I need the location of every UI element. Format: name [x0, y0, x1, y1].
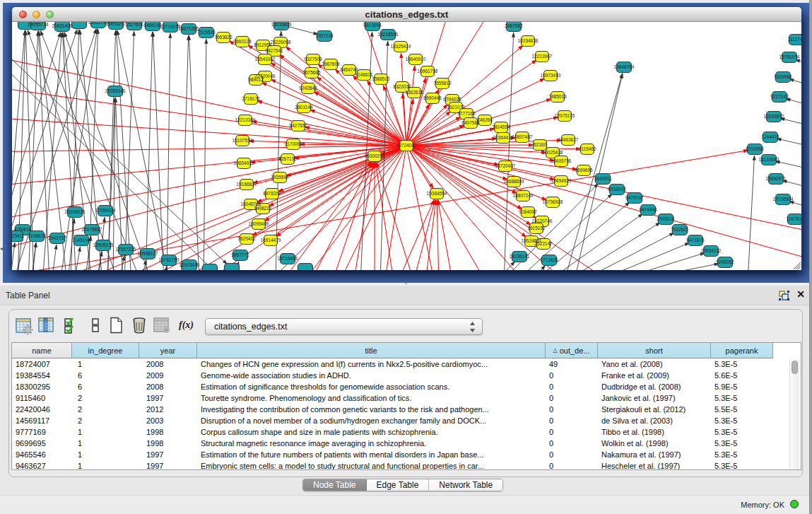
table-row[interactable]: 969969511998Structural magnetic resonanc… — [12, 438, 773, 449]
svg-text:6479197: 6479197 — [625, 195, 644, 200]
table-vertical-scrollbar[interactable] — [789, 360, 799, 469]
network-canvas[interactable]: 2405571420691406109217991065325715276026… — [12, 22, 801, 270]
cell-in_degree: 1 — [72, 426, 139, 438]
table-settings-icon[interactable] — [16, 317, 34, 335]
float-window-icon[interactable] — [779, 291, 789, 300]
window-titlebar[interactable]: citations_edges.txt — [12, 7, 801, 22]
table-row[interactable]: 946362711997Embryonic stem cells: a mode… — [12, 460, 773, 470]
cell-out_de: 0 — [546, 381, 598, 392]
column-header-title[interactable]: title — [197, 343, 546, 358]
svg-text:9327508: 9327508 — [304, 57, 322, 62]
cell-in_degree: 2 — [72, 392, 139, 404]
table-row[interactable]: 977716911998Corpus callosum shape and si… — [12, 426, 773, 438]
tab-node-table[interactable]: Node Table — [303, 479, 367, 491]
table-panel-header: Table Panel ✕ — [0, 286, 812, 305]
svg-text:9115460: 9115460 — [579, 146, 596, 151]
cell-name: 19384554 — [12, 370, 72, 381]
collapse-panel-arrow-icon[interactable]: ◂ — [0, 245, 4, 252]
cell-year: 2008 — [139, 381, 197, 392]
cell-title: Disruption of a novel member of a sodium… — [197, 415, 546, 426]
svg-text:14136141: 14136141 — [510, 254, 530, 259]
cell-out_de: 0 — [546, 415, 598, 426]
cell-year: 1998 — [139, 426, 197, 438]
table-row[interactable]: 1830029562008Estimation of significance … — [12, 381, 773, 392]
svg-text:23226058: 23226058 — [271, 40, 291, 45]
svg-text:9474444: 9474444 — [639, 207, 657, 212]
svg-text:1935594: 1935594 — [271, 175, 289, 180]
column-header-in_degree[interactable]: in_degree — [72, 343, 139, 358]
cell-pagerank: 5.3E-5 — [711, 358, 773, 370]
svg-text:16210643: 16210643 — [759, 157, 779, 162]
table-row[interactable]: 1456911722003Disruption of a novel membe… — [12, 415, 773, 426]
column-header-pagerank[interactable]: pagerank — [711, 343, 773, 358]
svg-text:1167533: 1167533 — [787, 216, 801, 221]
svg-text:2942757: 2942757 — [48, 235, 66, 240]
table-row[interactable]: 1872400712008Changes of HCN gene express… — [12, 358, 773, 370]
svg-text:7663822: 7663822 — [214, 35, 233, 40]
new-table-icon[interactable] — [108, 317, 126, 335]
memory-status-icon — [790, 500, 799, 508]
resize-grip-icon[interactable] — [792, 261, 801, 269]
table-panel-title: Table Panel — [6, 291, 50, 300]
dropdown-arrows-icon — [469, 321, 476, 333]
column-header-year[interactable]: year — [139, 343, 197, 358]
svg-text:10807487: 10807487 — [512, 134, 533, 139]
delete-rows-icon[interactable] — [131, 317, 149, 335]
cell-short: Hescheler et al. (1997) — [598, 460, 711, 470]
table-row[interactable]: 2242004622012Investigating the contribut… — [12, 404, 773, 415]
tab-network-table[interactable]: Network Table — [429, 479, 502, 491]
scrollbar-thumb[interactable] — [792, 361, 798, 374]
svg-text:20691406: 20691406 — [52, 23, 73, 28]
svg-text:2935114: 2935114 — [657, 216, 675, 221]
tab-edge-table[interactable]: Edge Table — [367, 479, 430, 491]
svg-text:10688609: 10688609 — [504, 179, 524, 184]
cell-year: 1998 — [139, 438, 197, 449]
cell-in_degree: 6 — [72, 370, 139, 381]
cell-pagerank: 5.3E-5 — [711, 460, 773, 470]
cell-year: 1997 — [139, 449, 197, 460]
svg-text:19166827: 19166827 — [237, 182, 257, 187]
cell-title: Investigating the contribution of common… — [197, 404, 546, 415]
cell-pagerank: 5.3E-5 — [711, 426, 773, 438]
svg-text:1362615: 1362615 — [405, 90, 423, 95]
citation-network-graph: 2405571420691406109217991065325715276026… — [12, 22, 801, 270]
svg-text:1244415: 1244415 — [761, 134, 779, 139]
svg-text:10756928: 10756928 — [543, 199, 563, 204]
svg-text:8454749: 8454749 — [340, 67, 358, 72]
column-header-out_de[interactable]: △out_de... — [546, 343, 598, 358]
table-selector-dropdown[interactable]: citations_edges.txt — [205, 318, 483, 335]
svg-text:10648764: 10648764 — [614, 64, 635, 69]
svg-text:10719155: 10719155 — [160, 24, 181, 29]
svg-text:26053346: 26053346 — [105, 88, 126, 93]
svg-text:6794028: 6794028 — [443, 97, 461, 102]
delete-table-icon[interactable] — [153, 317, 172, 335]
cell-year: 2008 — [139, 358, 197, 370]
svg-text:1640951: 1640951 — [594, 176, 612, 181]
rows-icon[interactable] — [87, 317, 105, 335]
cell-name: 18300295 — [12, 381, 72, 392]
table-row[interactable]: 1938455462009Genome-wide association stu… — [12, 370, 773, 381]
svg-text:7625402: 7625402 — [237, 236, 256, 241]
column-visibility-icon[interactable] — [38, 317, 57, 335]
cell-short: Jankovic et al. (1997) — [598, 392, 711, 404]
svg-text:14120746: 14120746 — [532, 218, 553, 223]
network-view-window[interactable]: citations_edges.txt 24055714206914061092… — [12, 7, 801, 270]
cell-pagerank: 5.3E-5 — [711, 438, 773, 449]
table-row[interactable]: 911546021997Tourette syndrome. Phenomeno… — [12, 392, 773, 404]
column-header-short[interactable]: short — [598, 343, 711, 358]
svg-text:7485013: 7485013 — [548, 94, 567, 99]
cell-in_degree: 2 — [72, 415, 139, 426]
table-row[interactable]: 946554611997Estimation of the future num… — [12, 449, 773, 460]
cell-title: Corpus callosum shape and size in male p… — [197, 426, 546, 438]
table-type-tabs: Node TableEdge TableNetwork Table — [302, 479, 503, 491]
svg-text:9184067: 9184067 — [519, 209, 537, 214]
svg-text:8267130: 8267130 — [278, 156, 297, 161]
svg-text:18807249: 18807249 — [513, 193, 534, 198]
cell-pagerank: 5.5E-5 — [711, 404, 773, 415]
cell-out_de: 0 — [546, 438, 598, 449]
function-builder-icon[interactable]: f(x) — [179, 317, 200, 335]
svg-text:9146821: 9146821 — [355, 72, 373, 77]
column-header-name[interactable]: name — [12, 343, 72, 358]
row-select-icon[interactable] — [63, 317, 81, 335]
close-panel-icon[interactable]: ✕ — [796, 288, 805, 300]
